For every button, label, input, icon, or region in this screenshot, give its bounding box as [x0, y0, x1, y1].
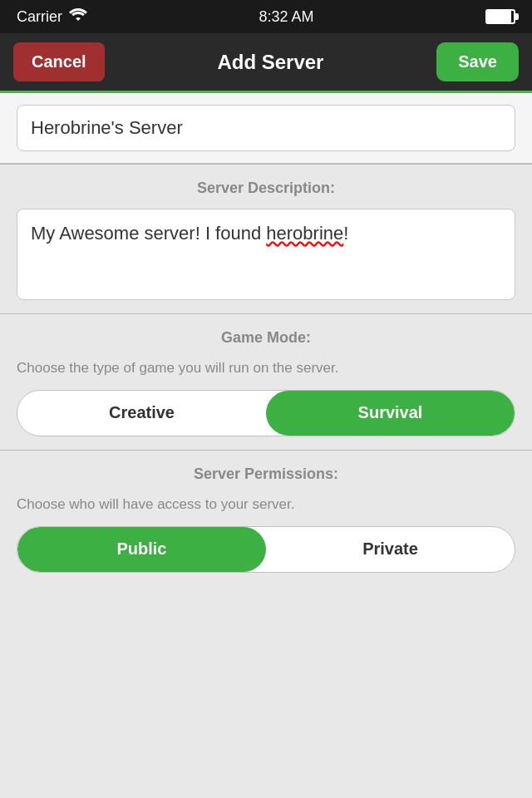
permissions-section: Server Permissions: Choose who will have…: [0, 451, 532, 586]
status-bar: Carrier 8:32 AM: [0, 0, 532, 33]
carrier-label: Carrier: [17, 8, 62, 26]
permissions-label: Server Permissions:: [17, 466, 515, 483]
battery-icon: [485, 9, 515, 24]
misspelled-word: herobrine: [266, 223, 343, 244]
clock: 8:32 AM: [259, 8, 313, 26]
description-label: Server Description:: [17, 180, 515, 197]
game-mode-description: Choose the type of game you will run on …: [17, 358, 515, 378]
survival-option[interactable]: Survival: [266, 391, 515, 436]
server-name-container: [0, 93, 532, 164]
game-mode-label: Game Mode:: [17, 329, 515, 347]
game-mode-section: Game Mode: Choose the type of game you w…: [0, 314, 532, 450]
cancel-button[interactable]: Cancel: [13, 42, 105, 81]
permissions-segment: Public Private: [17, 526, 515, 573]
permissions-description: Choose who will have access to your serv…: [17, 495, 515, 515]
server-name-input[interactable]: [17, 105, 515, 151]
private-option[interactable]: Private: [266, 527, 515, 572]
creative-option[interactable]: Creative: [17, 391, 266, 436]
carrier-info: Carrier: [17, 8, 87, 26]
wifi-icon: [69, 8, 87, 26]
navigation-bar: Cancel Add Server Save: [0, 33, 532, 93]
save-button[interactable]: Save: [436, 42, 519, 81]
public-option[interactable]: Public: [17, 527, 266, 572]
description-section: Server Description: My Awesome server! I…: [0, 165, 532, 313]
page-title: Add Server: [217, 51, 323, 74]
description-textarea[interactable]: My Awesome server! I found herobrine!: [17, 209, 515, 300]
game-mode-segment: Creative Survival: [17, 390, 515, 436]
